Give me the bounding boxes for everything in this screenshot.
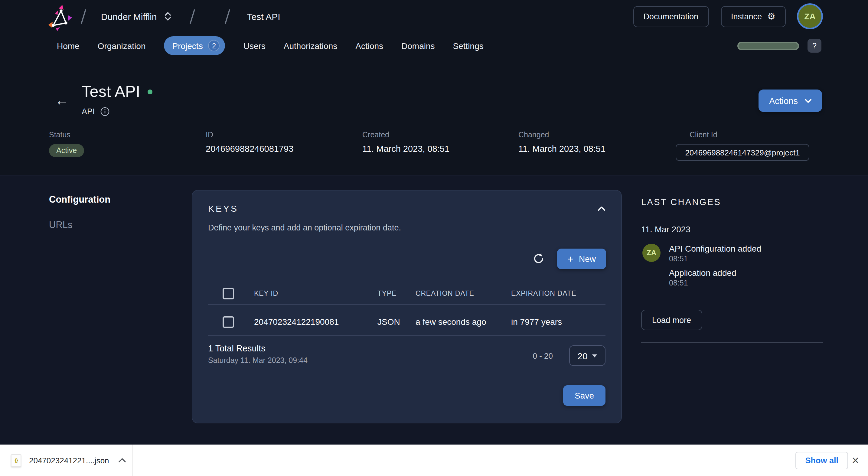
table-divider xyxy=(208,335,606,336)
nav-authorizations[interactable]: Authorizations xyxy=(284,41,337,51)
user-avatar[interactable]: ZA xyxy=(799,5,822,28)
select-all-checkbox[interactable] xyxy=(223,288,234,299)
keys-card: KEYS Define your keys and add an optiona… xyxy=(192,190,622,423)
page-subtitle: API xyxy=(82,107,110,116)
breadcrumb-org[interactable]: Dunder Mifflin xyxy=(101,11,157,22)
top-section: Dunder Mifflin Test API Documentation In… xyxy=(0,0,868,176)
meta-changed-value: 11. March 2023, 08:51 xyxy=(518,144,606,154)
actions-button[interactable]: Actions xyxy=(759,90,822,112)
nav-home[interactable]: Home xyxy=(57,41,80,51)
total-results: 1 Total Results xyxy=(208,344,266,353)
change-author-avatar: ZA xyxy=(642,244,660,262)
online-status-dot xyxy=(148,90,152,94)
col-expiration-date: EXPIRATION DATE xyxy=(511,290,606,297)
nav-bar: Home Organization Projects 2 Users Autho… xyxy=(0,33,868,59)
show-all-downloads-button[interactable]: Show all xyxy=(796,452,848,469)
documentation-button[interactable]: Documentation xyxy=(633,6,709,27)
braces-glyph: {} xyxy=(14,457,17,463)
nav-actions[interactable]: Actions xyxy=(355,41,383,51)
load-more-button[interactable]: Load more xyxy=(641,310,702,330)
nav-settings[interactable]: Settings xyxy=(453,41,484,51)
instance-button[interactable]: Instance ⚙ xyxy=(721,6,786,27)
meta-client-id-label: Client Id xyxy=(689,131,809,139)
change-event-time: 08:51 xyxy=(669,255,688,263)
download-bar-divider xyxy=(132,445,133,476)
client-id-copy-box[interactable]: 204696988246147329@project1 xyxy=(676,144,809,161)
page-title-row: Test API xyxy=(82,83,152,100)
nav-projects-label: Projects xyxy=(173,41,203,51)
cell-expiration-date: in 7977 years xyxy=(511,317,606,327)
plus-icon: + xyxy=(567,254,574,264)
page-size-caret-icon xyxy=(592,354,597,357)
onboarding-progress-bar[interactable] xyxy=(737,41,799,50)
file-json-icon: {} xyxy=(11,454,21,467)
meta-id: ID 204696988246081793 xyxy=(206,131,293,154)
page-size-value: 20 xyxy=(577,350,587,361)
sidebar-item-configuration[interactable]: Configuration xyxy=(49,194,111,205)
breadcrumb-project[interactable]: Test API xyxy=(247,11,280,22)
row-checkbox[interactable] xyxy=(223,316,234,327)
zitadel-console: Dunder Mifflin Test API Documentation In… xyxy=(0,0,868,476)
col-type: TYPE xyxy=(377,290,415,297)
breadcrumb-separator xyxy=(81,9,86,24)
pagination-range: 0 - 20 xyxy=(533,351,553,360)
projects-count-badge: 2 xyxy=(208,40,220,52)
nav-users[interactable]: Users xyxy=(244,41,266,51)
results-timestamp: Saturday 11. Mar 2023, 09:44 xyxy=(208,356,308,365)
new-key-button[interactable]: + New xyxy=(557,249,606,269)
keys-card-title: KEYS xyxy=(208,203,238,214)
change-event-label: API Configuration added xyxy=(669,244,761,253)
meta-created-value: 11. March 2023, 08:51 xyxy=(362,144,450,154)
col-key-id: KEY ID xyxy=(254,290,377,297)
change-event-label: Application added xyxy=(669,268,737,278)
cell-creation-date: a few seconds ago xyxy=(415,317,511,327)
actions-label: Actions xyxy=(769,96,798,105)
zitadel-logo-icon[interactable] xyxy=(49,4,74,31)
table-row[interactable]: 204702324122190081 JSON a few seconds ag… xyxy=(208,309,606,335)
gear-icon: ⚙ xyxy=(767,12,775,21)
app-type-label: API xyxy=(82,107,95,116)
meta-created-label: Created xyxy=(362,131,450,139)
page-title: Test API xyxy=(82,83,140,100)
download-menu-chevron-icon[interactable] xyxy=(119,458,126,463)
panel-divider xyxy=(641,342,823,343)
sidebar-item-urls[interactable]: URLs xyxy=(49,220,72,230)
cell-type: JSON xyxy=(377,317,415,327)
last-changes-title: LAST CHANGES xyxy=(641,197,721,207)
meta-created: Created 11. March 2023, 08:51 xyxy=(362,131,450,154)
nav-domains[interactable]: Domains xyxy=(401,41,435,51)
info-icon[interactable] xyxy=(100,107,110,116)
breadcrumb-separator xyxy=(225,9,230,24)
download-filename: 2047023241221....json xyxy=(29,456,109,465)
change-event-time: 08:51 xyxy=(669,279,688,287)
keys-table-header: KEY ID TYPE CREATION DATE EXPIRATION DAT… xyxy=(208,286,606,300)
save-button[interactable]: Save xyxy=(563,385,606,406)
chevron-down-icon xyxy=(805,98,812,103)
table-divider xyxy=(208,304,606,305)
cell-key-id: 204702324122190081 xyxy=(254,317,377,327)
meta-changed: Changed 11. March 2023, 08:51 xyxy=(518,131,606,154)
meta-id-value: 204696988246081793 xyxy=(206,144,293,154)
nav-organization[interactable]: Organization xyxy=(98,41,146,51)
page-size-select[interactable]: 20 xyxy=(569,345,606,366)
download-item[interactable]: {} 2047023241221....json xyxy=(11,445,126,476)
download-bar: {} 2047023241221....json Show all × xyxy=(0,445,868,476)
keys-description: Define your keys and add an optional exp… xyxy=(208,223,401,232)
meta-client-id: Client Id 204696988246147329@project1 xyxy=(676,131,809,161)
meta-changed-label: Changed xyxy=(518,131,606,139)
refresh-button[interactable] xyxy=(532,253,545,265)
meta-id-label: ID xyxy=(206,131,293,139)
last-changes-date: 11. Mar 2023 xyxy=(641,224,690,234)
back-button[interactable]: ← xyxy=(55,93,69,109)
new-key-label: New xyxy=(579,254,596,264)
instance-label: Instance xyxy=(731,12,762,21)
nav-projects[interactable]: Projects 2 xyxy=(164,36,225,55)
breadcrumb-separator xyxy=(190,9,195,24)
unfold-icon[interactable] xyxy=(165,11,172,21)
nav-right-tools: ? xyxy=(737,33,822,59)
col-creation-date: CREATION DATE xyxy=(415,290,511,297)
collapse-icon[interactable] xyxy=(598,206,606,211)
meta-status: Status Active xyxy=(49,131,84,157)
help-button[interactable]: ? xyxy=(807,39,822,53)
close-download-bar-icon[interactable]: × xyxy=(848,452,863,469)
